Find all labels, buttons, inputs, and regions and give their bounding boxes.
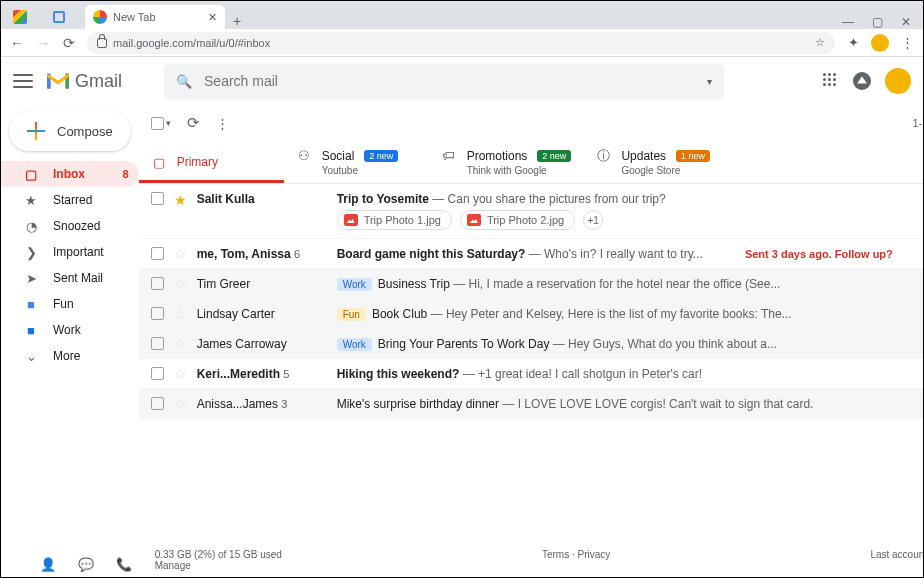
window-maximize[interactable]: ▢ <box>872 15 883 29</box>
attachment-chip[interactable]: Trip Photo 1.jpg <box>337 210 452 230</box>
gmail-logo[interactable]: Gmail <box>45 71 122 92</box>
email-row[interactable]: ☆Lindsay CarterFunBook Club — Hey Peter … <box>139 299 924 329</box>
browser-tab-newtab[interactable]: New Tab ✕ <box>85 5 225 29</box>
email-row[interactable]: ☆me, Tom, Anissa 6Board game night this … <box>139 239 924 269</box>
email-subject: Trip to Yosemite <box>337 192 429 206</box>
search-bar[interactable]: 🔍 ▾ <box>164 63 724 99</box>
manage-storage-link[interactable]: Manage <box>155 560 191 571</box>
nav-icon: ■ <box>23 297 39 312</box>
email-subject: Mike's surprise birthday dinner <box>337 397 499 411</box>
row-checkbox[interactable] <box>151 192 164 205</box>
email-snippet: — I LOVE LOVE LOVE corgis! Can't wait to… <box>499 397 813 411</box>
address-bar[interactable]: mail.google.com/mail/u/0/#inbox ☆ <box>87 32 835 54</box>
more-attachments[interactable]: +1 <box>583 210 603 230</box>
account-avatar[interactable] <box>885 68 911 94</box>
person-icon[interactable]: 👤 <box>40 557 56 572</box>
star-icon[interactable]: ☆ <box>174 396 187 412</box>
gmail-favicon <box>13 10 27 24</box>
star-icon[interactable]: ☆ <box>174 366 187 382</box>
sidebar-item-fun[interactable]: ■Fun <box>1 291 139 317</box>
google-apps-icon[interactable] <box>823 73 839 89</box>
star-icon[interactable]: ☆ <box>174 336 187 352</box>
bookmark-icon[interactable]: ☆ <box>815 36 825 49</box>
email-row[interactable]: ☆Anissa...James 3Mike's surprise birthda… <box>139 389 924 419</box>
window-close[interactable]: ✕ <box>901 15 911 29</box>
nav-icon: ■ <box>23 323 39 338</box>
row-checkbox[interactable] <box>151 277 164 290</box>
row-checkbox[interactable] <box>151 337 164 350</box>
browser-tab-classroom[interactable] <box>45 5 85 29</box>
sidebar-item-snoozed[interactable]: ◔Snoozed <box>1 213 139 239</box>
profile-avatar-chrome[interactable] <box>871 34 889 52</box>
star-icon[interactable]: ★ <box>174 192 187 208</box>
new-tab-button[interactable]: + <box>225 13 249 29</box>
refresh-button[interactable]: ⟳ <box>187 114 200 132</box>
browser-tab-gmail[interactable] <box>5 5 45 29</box>
lock-icon <box>97 38 107 48</box>
email-row[interactable]: ☆Keri...Meredith 5Hiking this weekend? —… <box>139 359 924 389</box>
google-favicon <box>93 10 107 24</box>
reload-button[interactable]: ⟳ <box>61 35 77 51</box>
pager-range: 1-7 of many <box>912 117 924 129</box>
category-tab-promotions[interactable]: 🏷Promotions2 newThink with Google <box>429 141 584 183</box>
terms-link[interactable]: Terms <box>542 549 569 560</box>
search-input[interactable] <box>204 73 695 89</box>
email-subject: WorkBusiness Trip <box>337 277 450 291</box>
forward-button[interactable]: → <box>35 35 51 51</box>
category-chip: 1 new <box>676 150 710 162</box>
list-toolbar: ▾ ⟳ ⋮ 1-7 of many ‹ › ⚙ <box>139 105 924 141</box>
notifications-icon[interactable] <box>853 72 871 90</box>
window-minimize[interactable]: — <box>842 15 854 29</box>
select-all-checkbox[interactable] <box>151 117 164 130</box>
row-checkbox[interactable] <box>151 367 164 380</box>
privacy-link[interactable]: Privacy <box>578 549 611 560</box>
main-menu-icon[interactable] <box>13 74 33 88</box>
email-label: Fun <box>337 308 366 321</box>
nav-label: Sent Mail <box>53 271 103 285</box>
extensions-icon[interactable]: ✦ <box>845 35 861 51</box>
email-row[interactable]: ☆Tim GreerWorkBusiness Trip — Hi, I made… <box>139 269 924 299</box>
back-button[interactable]: ← <box>9 35 25 51</box>
category-icon: ⚇ <box>296 149 312 163</box>
sidebar-item-more[interactable]: ⌄More <box>1 343 139 369</box>
url-text: mail.google.com/mail/u/0/#inbox <box>113 37 270 49</box>
email-snippet: — Hey Peter and Kelsey, Here is the list… <box>427 307 791 321</box>
email-row[interactable]: ★Salit KullaTrip to Yosemite — Can you s… <box>139 184 924 239</box>
sidebar-item-sent-mail[interactable]: ➤Sent Mail <box>1 265 139 291</box>
email-sender: me, Tom, Anissa 6 <box>197 247 327 261</box>
nav-badge: 8 <box>123 168 129 180</box>
email-sender: Anissa...James 3 <box>197 397 327 411</box>
chat-icon[interactable]: 💬 <box>78 557 94 572</box>
classroom-favicon <box>53 11 65 23</box>
category-tab-updates[interactable]: ⓘUpdates1 newGoogle Store <box>583 141 728 183</box>
category-tab-social[interactable]: ⚇Social2 newYoutube <box>284 141 429 183</box>
star-icon[interactable]: ☆ <box>174 306 187 322</box>
phone-icon[interactable]: 📞 <box>116 557 132 572</box>
nav-label: Fun <box>53 297 74 311</box>
row-checkbox[interactable] <box>151 247 164 260</box>
row-checkbox[interactable] <box>151 397 164 410</box>
star-icon[interactable]: ☆ <box>174 246 187 262</box>
row-checkbox[interactable] <box>151 307 164 320</box>
sidebar-item-starred[interactable]: ★Starred <box>1 187 139 213</box>
category-label: Primary <box>177 155 218 169</box>
email-snippet: — Hey Guys, What do you think about a... <box>549 337 776 351</box>
browser-tab-strip: New Tab ✕ + — ▢ ✕ <box>1 1 923 29</box>
sidebar-item-important[interactable]: ❯Important <box>1 239 139 265</box>
email-label: Work <box>337 338 372 351</box>
category-tab-primary[interactable]: ▢Primary <box>139 141 284 183</box>
email-row[interactable]: ☆James CarrowayWorkBring Your Parents To… <box>139 329 924 359</box>
more-actions-icon[interactable]: ⋮ <box>216 116 229 131</box>
select-menu-caret[interactable]: ▾ <box>166 118 171 128</box>
nav-label: Inbox <box>53 167 85 181</box>
attachment-chip[interactable]: Trip Photo 2.jpg <box>460 210 575 230</box>
sidebar-item-work[interactable]: ■Work <box>1 317 139 343</box>
star-icon[interactable]: ☆ <box>174 276 187 292</box>
compose-button[interactable]: Compose <box>9 111 131 151</box>
email-sender: Keri...Meredith 5 <box>197 367 327 381</box>
search-options-icon[interactable]: ▾ <box>707 76 712 87</box>
storage-text: 0.33 GB (2%) of 15 GB used <box>155 549 282 560</box>
chrome-menu-icon[interactable]: ⋮ <box>899 35 915 51</box>
close-tab-icon[interactable]: ✕ <box>208 11 217 24</box>
sidebar-item-inbox[interactable]: ▢Inbox8 <box>1 161 139 187</box>
